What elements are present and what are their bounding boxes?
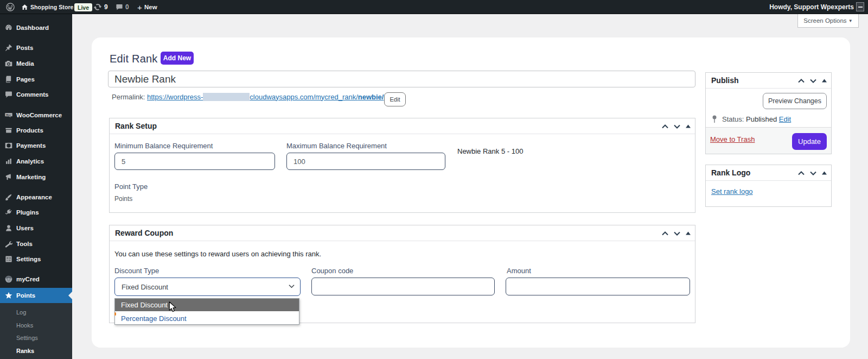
svg-text:$: $ — [8, 143, 10, 148]
svg-text:Woo: Woo — [6, 114, 11, 116]
